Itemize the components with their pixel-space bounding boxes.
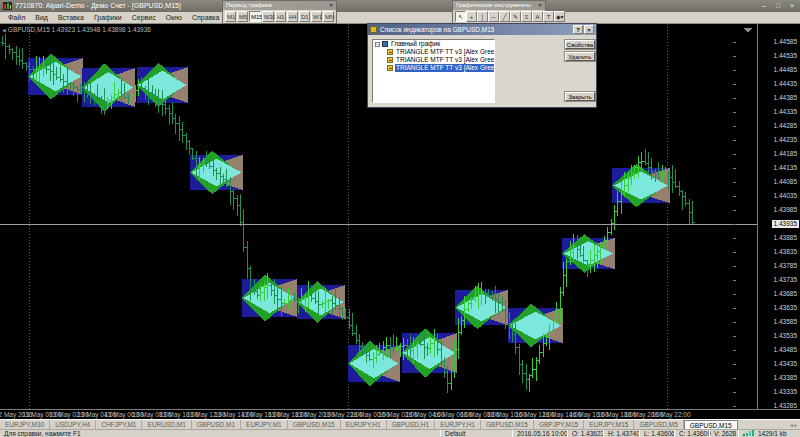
dialog-help-button[interactable]: ?	[573, 25, 583, 34]
indicator-item[interactable]: TRIANGLE MTF TT v3 [Alex Green]	[373, 48, 494, 56]
dialog-close-button-main[interactable]: Закрыть	[565, 92, 595, 101]
chart-shift-marker[interactable]	[744, 28, 752, 33]
app-icon	[3, 2, 12, 10]
graphic-toolbar-close-icon[interactable]: ×	[538, 1, 542, 10]
period-toolbar: Период графика × M1M5M15M30H1H4D1W1MN	[222, 0, 337, 24]
delete-button[interactable]: Удалить	[565, 52, 595, 61]
period-button-h1[interactable]: H1	[275, 11, 286, 22]
cursor-icon[interactable]: ↖	[455, 11, 466, 22]
mt4-window: 7710870: Alpari-Demo - Демо Счет - [GBPU…	[0, 0, 800, 437]
shapes-icon[interactable]: ◆▾	[554, 11, 565, 22]
period-button-w1[interactable]: W1	[311, 11, 322, 22]
period-button-h4[interactable]: H4	[287, 11, 298, 22]
price-scale[interactable]: 1.445851.445351.444851.444351.443851.443…	[757, 24, 800, 409]
menu-item-окно[interactable]: Окно	[162, 12, 186, 23]
tab-scroll-arrows[interactable]: ◂ ▸	[787, 420, 800, 429]
horizontal-line-icon[interactable]: ─	[488, 11, 499, 22]
minimize-button[interactable]: –	[759, 0, 769, 12]
bid-price-tag: 1.43935	[772, 220, 800, 228]
indicator-item[interactable]: TRIANGLE MTF TT v3 [Alex Green]	[373, 56, 494, 64]
chart-tab-gbpusd-m15[interactable]: GBPUSD,M15	[288, 420, 341, 429]
chart-tab-gbpjpy-m15[interactable]: GBPJPY,M15	[534, 420, 584, 429]
period-button-m1[interactable]: M1	[225, 11, 236, 22]
period-button-m15[interactable]: M15	[249, 11, 261, 22]
chart-tabs: EURJPY,M30USDJPY,H4CHFJPY,M1EURUSD,M1GBP…	[0, 419, 800, 429]
status-profile: Default	[445, 430, 466, 437]
fibonacci-icon[interactable]: ≡	[521, 11, 532, 22]
price-tick-label: 1.43735	[774, 276, 798, 284]
price-tick-label: 1.43635	[774, 304, 798, 312]
tree-root-label: Главный график	[390, 40, 441, 48]
period-toolbar-titlebar[interactable]: Период графика ×	[223, 1, 336, 10]
indicators-dialog: Список индикаторов на GBPUSD,M15 ? × –Гл…	[367, 23, 597, 108]
symbol-marker-icon: ◀	[2, 27, 6, 33]
triangle-pattern[interactable]	[297, 281, 345, 323]
chart-node-icon	[382, 41, 388, 47]
period-button-m5[interactable]: M5	[237, 11, 248, 22]
chart-tab-eurjpy-h1[interactable]: EURJPY,H1	[341, 420, 387, 429]
graphic-toolbar-titlebar[interactable]: Графические инструменты ×	[453, 1, 545, 10]
triangle-pattern[interactable]	[82, 63, 135, 111]
period-toolbar-close-icon[interactable]: ×	[329, 1, 333, 10]
menu-item-вид[interactable]: Вид	[31, 12, 52, 23]
close-button[interactable]: ×	[787, 0, 797, 12]
indicator-icon	[387, 65, 393, 71]
chart-tab-gbpusd-m15[interactable]: GBPUSD,M15	[481, 420, 534, 429]
vertical-line-icon[interactable]: │	[477, 11, 488, 22]
dialog-close-button[interactable]: ×	[584, 25, 594, 34]
chart-tab-gbpusd-m15[interactable]: GBPUSD,M15	[684, 420, 738, 429]
period-toolbar-title: Период графика	[226, 1, 272, 10]
indicator-item-label: TRIANGLE MTF TT v3 [Alex Green]	[395, 64, 495, 72]
price-tick-label: 1.43835	[774, 248, 798, 256]
menu-item-графики[interactable]: Графики	[90, 12, 126, 23]
menu-item-справка[interactable]: Справка	[188, 12, 223, 23]
restore-button[interactable]: □	[773, 0, 783, 12]
indicator-icon	[387, 49, 393, 55]
chart-info-line: ◀GBPUSD,M15 1.43923 1.43948 1.43898 1.43…	[2, 26, 151, 33]
status-close: C: 1.43609	[679, 430, 711, 437]
period-button-m30[interactable]: M30	[262, 11, 274, 22]
chart-tab-gbpusd-h1[interactable]: GBPUSD,H1	[387, 420, 436, 429]
dialog-titlebar[interactable]: Список индикаторов на GBPUSD,M15 ? ×	[368, 24, 596, 35]
status-bar: Для справки, нажмите F1 Default 2016.05.…	[0, 429, 800, 437]
price-tick-label: 1.44535	[774, 52, 798, 60]
time-axis[interactable]: 12 May 201613 May 00:0013 May 02:0013 Ma…	[0, 409, 800, 419]
text-icon[interactable]: A	[532, 11, 543, 22]
chart-tab-eurusd-m1[interactable]: EURUSD,M1	[142, 420, 191, 429]
menu-item-сервис[interactable]: Сервис	[128, 12, 160, 23]
menu-item-вставка[interactable]: Вставка	[54, 12, 88, 23]
indicator-list[interactable]: –Главный графикTRIANGLE MTF TT v3 [Alex …	[372, 39, 495, 103]
chart-tab-gbpusd-m5[interactable]: GBPUSD,M5	[634, 420, 683, 429]
price-tick-label: 1.44585	[774, 38, 798, 46]
menu-item-файл[interactable]: Файл	[4, 12, 29, 23]
chart-tab-eurjpy-m1[interactable]: EURJPY,M1	[241, 420, 288, 429]
indicator-item-label: TRIANGLE MTF TT v3 [Alex Green]	[395, 48, 495, 56]
label-icon[interactable]: T	[543, 11, 554, 22]
status-open: O: 1.43623	[572, 430, 604, 437]
triangle-pattern[interactable]	[508, 304, 563, 347]
window-title: 7710870: Alpari-Demo - Демо Счет - [GBPU…	[15, 0, 759, 12]
price-tick-label: 1.43485	[774, 346, 798, 354]
price-tick-label: 1.44385	[774, 94, 798, 102]
properties-button[interactable]: Свойства	[565, 40, 595, 49]
price-tick-label: 1.44485	[774, 66, 798, 74]
price-tick-label: 1.44285	[774, 122, 798, 130]
tree-expander-icon[interactable]: –	[375, 42, 380, 47]
status-bar-time: 2016.05.16 10:00	[517, 430, 568, 437]
chart-tab-eurjpy-m15[interactable]: EURJPY,M15	[584, 420, 634, 429]
chart-tab-eurjpy-h1[interactable]: EURJPY,H1	[435, 420, 481, 429]
time-tick-label: 16 May 22:00	[651, 411, 690, 418]
chart-tab-chfjpy-m1[interactable]: CHFJPY,M1	[96, 420, 142, 429]
chart-tab-eurjpy-m30[interactable]: EURJPY,M30	[0, 420, 50, 429]
tree-root[interactable]: –Главный график	[373, 40, 494, 48]
indicator-item[interactable]: TRIANGLE MTF TT v3 [Alex Green]	[373, 64, 494, 72]
period-button-mn[interactable]: MN	[323, 11, 334, 22]
trendline-icon[interactable]: ╱	[499, 11, 510, 22]
price-tick-label: 1.44135	[774, 164, 798, 172]
crosshair-icon[interactable]: +	[466, 11, 477, 22]
chart-tab-usdjpy-h4[interactable]: USDJPY,H4	[50, 420, 96, 429]
chart-tab-gbpusd-m1[interactable]: GBPUSD,M1	[192, 420, 241, 429]
period-button-d1[interactable]: D1	[299, 11, 310, 22]
price-tick-label: 1.43385	[774, 374, 798, 382]
channel-icon[interactable]: ✎	[510, 11, 521, 22]
